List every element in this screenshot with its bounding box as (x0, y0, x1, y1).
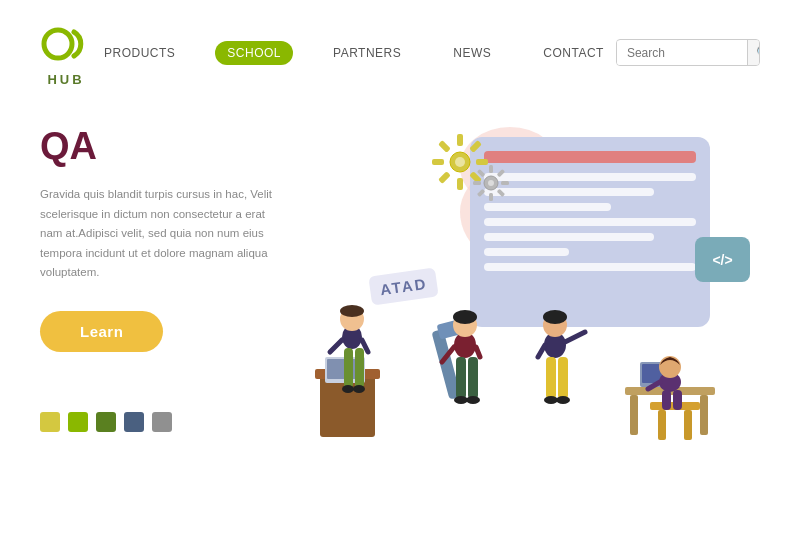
svg-point-44 (466, 396, 480, 404)
svg-line-28 (330, 340, 342, 352)
color-swatches (40, 412, 280, 432)
swatch-1 (40, 412, 60, 432)
svg-rect-7 (469, 140, 482, 153)
svg-rect-13 (489, 165, 493, 173)
svg-point-33 (353, 385, 365, 393)
search-button[interactable]: 🔍 (747, 40, 760, 65)
svg-rect-58 (658, 410, 666, 440)
left-panel: QA Gravida quis blandit turpis cursus in… (40, 117, 280, 517)
page-title: QA (40, 127, 280, 165)
swatch-2 (68, 412, 88, 432)
svg-rect-65 (662, 390, 671, 410)
svg-point-43 (454, 396, 468, 404)
svg-rect-66 (673, 390, 682, 410)
logo: HUB (40, 18, 92, 87)
search-input[interactable] (617, 41, 747, 65)
svg-rect-4 (457, 178, 463, 190)
svg-rect-31 (355, 348, 364, 388)
svg-rect-55 (630, 395, 638, 435)
svg-line-40 (476, 347, 480, 357)
svg-point-0 (44, 30, 72, 58)
logo-text: HUB (47, 72, 84, 87)
svg-rect-41 (456, 357, 466, 399)
nav-partners[interactable]: PARTNERS (321, 41, 413, 65)
svg-rect-42 (468, 357, 478, 399)
svg-line-49 (538, 345, 545, 357)
nav-school[interactable]: SCHOOL (215, 41, 293, 65)
svg-point-27 (340, 305, 364, 317)
nav-contact[interactable]: CONTACT (531, 41, 616, 65)
svg-rect-17 (497, 169, 505, 177)
svg-point-12 (488, 180, 494, 186)
svg-rect-59 (684, 410, 692, 440)
logo-icon (40, 18, 92, 70)
illustration: </> ATAD (300, 117, 760, 517)
nav-products[interactable]: PRODUCTS (92, 41, 187, 65)
svg-line-48 (565, 332, 585, 342)
characters-svg (300, 197, 730, 477)
search-bar: 🔍 (616, 39, 760, 66)
svg-point-53 (556, 396, 570, 404)
svg-rect-3 (457, 134, 463, 146)
swatch-5 (152, 412, 172, 432)
learn-button[interactable]: Learn (40, 311, 163, 352)
svg-rect-50 (546, 357, 556, 399)
svg-rect-15 (473, 181, 481, 185)
swatch-4 (124, 412, 144, 432)
svg-point-38 (453, 310, 477, 324)
svg-point-2 (455, 157, 465, 167)
page-description: Gravida quis blandit turpis cursus in ha… (40, 185, 280, 283)
swatch-3 (96, 412, 116, 432)
svg-rect-56 (700, 395, 708, 435)
svg-rect-16 (501, 181, 509, 185)
svg-rect-20 (497, 189, 505, 197)
svg-rect-5 (432, 159, 444, 165)
svg-rect-51 (558, 357, 568, 399)
svg-rect-19 (477, 169, 485, 177)
nav-news[interactable]: NEWS (441, 41, 503, 65)
svg-point-32 (342, 385, 354, 393)
svg-rect-30 (344, 348, 353, 388)
monitor-top-bar (484, 151, 696, 163)
svg-point-47 (543, 310, 567, 324)
monitor-line (484, 173, 696, 181)
svg-point-52 (544, 396, 558, 404)
gear-decoration (430, 132, 490, 196)
main-nav: PRODUCTS SCHOOL PARTNERS NEWS CONTACT (92, 41, 616, 65)
svg-rect-9 (438, 140, 451, 153)
svg-rect-8 (438, 171, 451, 184)
svg-rect-18 (477, 189, 485, 197)
